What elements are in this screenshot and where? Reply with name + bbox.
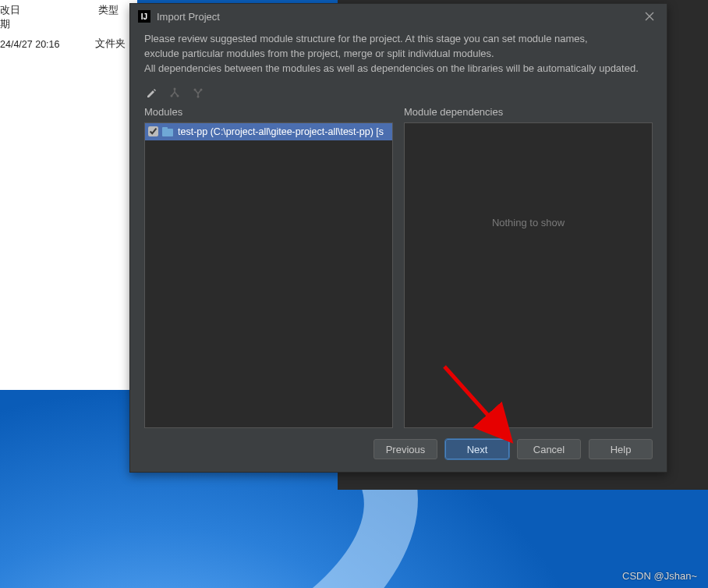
module-item[interactable]: test-pp (C:\project-all\gitee-project-al… bbox=[145, 123, 392, 140]
svg-point-4 bbox=[200, 88, 203, 90]
file-row[interactable]: 24/4/27 20:16 文件夹 bbox=[0, 36, 137, 51]
modules-label: Modules bbox=[144, 106, 393, 118]
dialog-titlebar[interactable]: IJ Import Project bbox=[130, 4, 667, 29]
folder-icon bbox=[162, 127, 173, 136]
module-toolbar bbox=[130, 84, 667, 106]
svg-point-1 bbox=[171, 94, 173, 97]
dialog-title: Import Project bbox=[157, 11, 640, 23]
svg-point-0 bbox=[174, 87, 176, 90]
dependencies-label: Module dependencies bbox=[404, 106, 653, 118]
file-date: 24/4/27 20:16 bbox=[0, 39, 59, 50]
svg-point-3 bbox=[194, 88, 196, 90]
module-path: (C:\project-all\gitee-project-all\test-p… bbox=[211, 126, 384, 137]
intellij-logo-icon: IJ bbox=[138, 10, 150, 23]
empty-placeholder: Nothing to show bbox=[405, 217, 652, 228]
watermark: CSDN @Jshan~ bbox=[622, 570, 697, 582]
desc-line-1: Please review suggested module structure… bbox=[144, 32, 653, 47]
dependencies-list[interactable]: Nothing to show bbox=[404, 122, 653, 428]
svg-point-5 bbox=[197, 95, 200, 97]
file-type: 文件夹 bbox=[95, 37, 126, 51]
dependencies-panel: Module dependencies Nothing to show bbox=[404, 106, 653, 428]
dialog-button-bar: Previous Next Cancel Help bbox=[130, 428, 667, 472]
rename-icon[interactable] bbox=[144, 86, 158, 100]
module-name: test-pp bbox=[178, 126, 207, 137]
svg-point-2 bbox=[177, 94, 179, 97]
previous-button[interactable]: Previous bbox=[373, 439, 437, 459]
merge-icon bbox=[191, 86, 205, 100]
next-button[interactable]: Next bbox=[445, 439, 509, 459]
import-project-dialog: IJ Import Project Please review suggeste… bbox=[129, 3, 667, 473]
modules-list[interactable]: test-pp (C:\project-all\gitee-project-al… bbox=[144, 122, 393, 428]
dialog-description: Please review suggested module structure… bbox=[130, 29, 667, 84]
close-icon[interactable] bbox=[640, 7, 659, 26]
column-header-date[interactable]: 改日期 bbox=[0, 3, 22, 31]
help-button[interactable]: Help bbox=[589, 439, 653, 459]
split-icon bbox=[168, 86, 182, 100]
module-checkbox[interactable] bbox=[148, 126, 158, 136]
desc-line-3: All dependencies between the modules as … bbox=[144, 62, 653, 76]
cancel-button[interactable]: Cancel bbox=[517, 439, 581, 459]
modules-panel: Modules test-pp (C:\project-all\gitee-pr… bbox=[144, 106, 393, 428]
explorer-window: 改日期 类型 24/4/27 20:16 文件夹 bbox=[0, 0, 137, 390]
column-header-type[interactable]: 类型 bbox=[98, 3, 119, 31]
desc-line-2: exclude particular modules from the proj… bbox=[144, 47, 653, 62]
